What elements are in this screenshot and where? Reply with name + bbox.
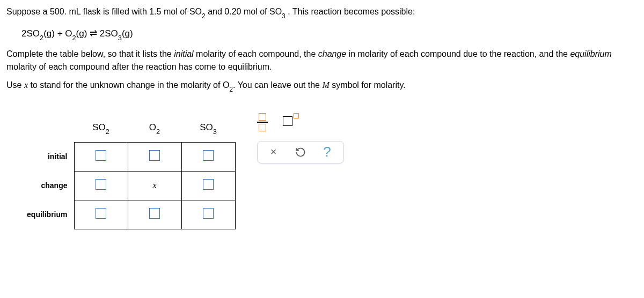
- cell-eq-o2[interactable]: [128, 200, 181, 229]
- mol-so2: 1.5 mol: [149, 7, 177, 16]
- cell-initial-o2[interactable]: [128, 142, 181, 171]
- problem-statement: Suppose a 500. mL flask is filled with 1…: [6, 4, 638, 20]
- cell-eq-so3[interactable]: [181, 200, 235, 229]
- species-so3: SO3: [269, 7, 286, 16]
- instruction-1: Complete the table below, so that it lis…: [6, 48, 638, 73]
- mol-so3: 0.20 mol: [224, 7, 257, 16]
- text: . This reaction becomes possible:: [288, 7, 415, 16]
- fraction-tool[interactable]: [257, 113, 268, 131]
- row-header-initial: initial: [10, 142, 74, 171]
- row-header-equilibrium: equilibrium: [10, 200, 74, 229]
- help-button[interactable]: ?: [321, 146, 334, 159]
- col-header-so3: SO3: [181, 114, 235, 142]
- text: and: [208, 7, 224, 16]
- col-header-o2: O2: [128, 114, 181, 142]
- cell-initial-so2[interactable]: [74, 142, 128, 171]
- species-so2: SO2: [189, 7, 206, 16]
- superscript-tool[interactable]: [283, 116, 292, 128]
- cell-change-so2[interactable]: [74, 171, 128, 200]
- chemical-equation: 2SO2(g) + O2(g) ⇌ 2SO3(g): [21, 28, 638, 40]
- cell-change-o2: x: [128, 171, 181, 200]
- text: of: [260, 7, 269, 16]
- cell-eq-so2[interactable]: [74, 200, 128, 229]
- col-header-so2: SO2: [74, 114, 128, 142]
- row-header-change: change: [10, 171, 74, 200]
- volume: 500. mL: [50, 7, 80, 16]
- instruction-2: Use x to stand for the unknown change in…: [6, 79, 638, 93]
- ice-table: SO2 O2 SO3 initial change x equilibrium: [10, 114, 236, 229]
- reset-button[interactable]: [294, 146, 307, 159]
- text: Suppose a: [6, 7, 50, 16]
- cell-change-so3[interactable]: [181, 171, 235, 200]
- text: of: [180, 7, 189, 16]
- toolbox: × ?: [257, 113, 344, 163]
- clear-button[interactable]: ×: [267, 146, 280, 159]
- reset-icon: [295, 147, 306, 158]
- text: flask is filled with: [83, 7, 150, 16]
- cell-initial-so3[interactable]: [181, 142, 235, 171]
